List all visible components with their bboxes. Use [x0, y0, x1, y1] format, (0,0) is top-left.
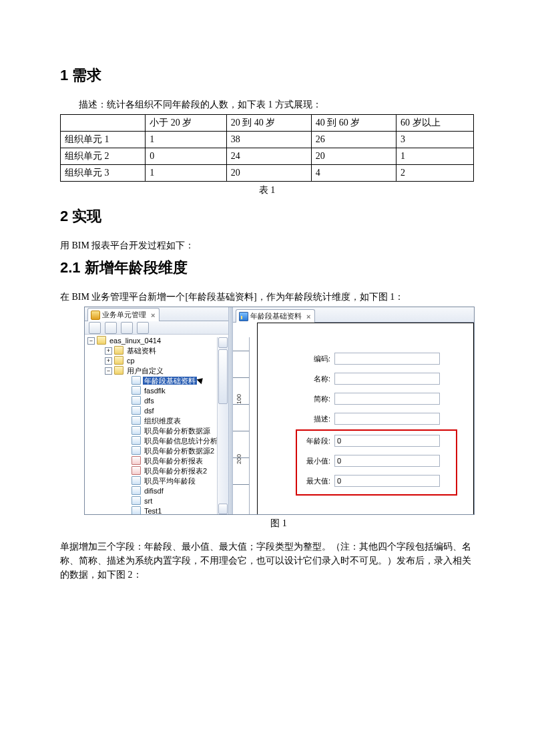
desc-paragraph: 描述：统计各组织不同年龄段的人数，如下表 1 方式展现： [60, 98, 474, 112]
right-pane: 年龄段基础资料 × 100 200 300 40 [233, 307, 474, 514]
label-min: 最小值: [304, 456, 330, 466]
folder-icon [114, 366, 123, 375]
toolbar-button[interactable] [121, 322, 133, 334]
input-name[interactable] [334, 373, 440, 385]
file-icon [131, 406, 141, 415]
label-abbr: 简称: [304, 394, 330, 404]
ruler-vertical: 100 200 [233, 337, 250, 514]
input-desc[interactable] [334, 413, 440, 425]
file-icon [131, 386, 141, 395]
table-1: 小于 20 岁 20 到 40 岁 40 到 60 岁 60 岁以上 组织单元 … [60, 114, 474, 182]
file-icon [131, 416, 141, 425]
close-icon[interactable]: × [306, 313, 310, 321]
left-toolbar [85, 321, 228, 335]
design-canvas[interactable]: 编码: 名称: 简称: 描述: 年龄段:0 最小值:0 最大值:0 [250, 323, 474, 514]
table-caption: 表 1 [60, 183, 474, 197]
expand-icon[interactable]: + [105, 357, 112, 365]
heading-1: 1 需求 [60, 65, 474, 85]
label-age: 年龄段: [304, 436, 330, 446]
label-name: 名称: [304, 374, 330, 384]
heading-2: 2 实现 [60, 206, 474, 226]
left-pane: 业务单元管理 × −eas_linux_0414 +基础资料 [85, 307, 228, 514]
table-row: 组织单元 2 0 24 20 1 [61, 148, 474, 165]
file-icon [131, 436, 141, 445]
cursor-icon [198, 377, 205, 385]
file-icon [131, 446, 141, 455]
collapse-icon[interactable]: − [105, 367, 112, 375]
table-row: 组织单元 3 1 20 4 2 [61, 165, 474, 182]
tree-item-selected[interactable]: 年龄段基础资料 [143, 377, 197, 385]
file-icon [131, 376, 141, 385]
collapse-icon[interactable]: − [87, 337, 95, 345]
splitter[interactable] [228, 307, 233, 514]
tab-age-data[interactable]: 年龄段基础资料 × [236, 309, 315, 323]
file-icon [131, 506, 141, 514]
embedded-screenshot: 业务单元管理 × −eas_linux_0414 +基础资料 [84, 307, 475, 515]
close-icon[interactable]: × [151, 311, 155, 319]
paragraph: 单据增加三个字段：年龄段、最小值、最大值；字段类型为整型。（注：其他四个字段包括… [60, 540, 474, 582]
expand-icon[interactable]: + [105, 347, 112, 355]
tab-business-unit[interactable]: 业务单元管理 × [87, 308, 160, 321]
scrollbar-thumb[interactable] [218, 349, 228, 404]
file-icon [131, 486, 141, 495]
folder-icon [114, 356, 123, 365]
folder-icon [97, 336, 106, 345]
file-icon [131, 456, 141, 465]
figure-caption: 图 1 [84, 516, 473, 530]
folder-icon [114, 346, 123, 355]
scrollbar-vertical[interactable] [217, 337, 228, 514]
input-abbr[interactable] [334, 393, 440, 405]
toolbar-button[interactable] [137, 322, 149, 334]
input-max[interactable]: 0 [334, 475, 440, 487]
database-icon [91, 311, 100, 320]
file-icon [131, 496, 141, 505]
file-icon [131, 476, 141, 485]
paragraph: 在 BIM 业务管理平台新增一个[年龄段基础资料]，作为年龄段统计维度，如下图 … [60, 290, 474, 304]
input-code[interactable] [334, 353, 440, 365]
file-icon [131, 466, 141, 475]
label-max: 最大值: [304, 476, 330, 486]
toolbar-button[interactable] [105, 322, 117, 334]
file-icon [131, 396, 141, 405]
file-icon [131, 426, 141, 435]
input-min[interactable]: 0 [334, 455, 440, 467]
paragraph: 用 BIM 报表平台开发过程如下： [60, 238, 474, 252]
label-desc: 描述: [304, 414, 330, 424]
left-tabbar: 业务单元管理 × [85, 307, 228, 321]
chart-icon [239, 312, 248, 321]
heading-2-1: 2.1 新增年龄段维度 [60, 258, 474, 278]
toolbar-button[interactable] [89, 322, 101, 334]
table-row: 小于 20 岁 20 到 40 岁 40 到 60 岁 60 岁以上 [61, 115, 474, 132]
label-code: 编码: [304, 354, 330, 364]
right-tabbar: 年龄段基础资料 × [233, 307, 474, 323]
tree-view[interactable]: −eas_linux_0414 +基础资料 +cp −用户自定义 年龄段基础资料… [85, 335, 228, 514]
input-age[interactable]: 0 [334, 435, 440, 447]
table-row: 组织单元 1 1 38 26 3 [61, 132, 474, 148]
